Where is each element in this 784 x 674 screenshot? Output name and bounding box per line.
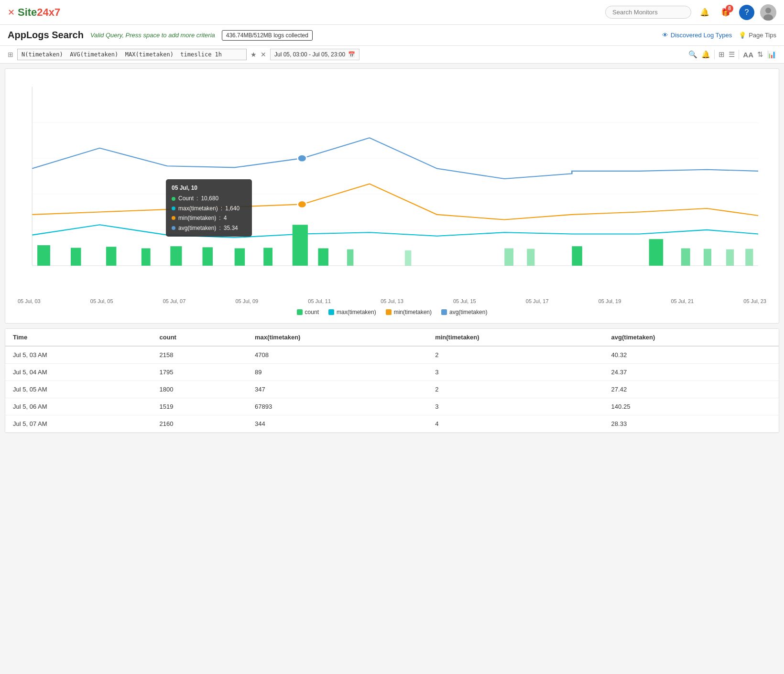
cell-avg: 24.37: [604, 364, 779, 381]
chart-icon[interactable]: 📊: [767, 50, 776, 59]
table-row: Jul 5, 04 AM 1795 89 3 24.37: [5, 364, 779, 381]
legend-avg-dot: [441, 309, 447, 315]
discovered-log-types-button[interactable]: 👁 Discovered Log Types: [662, 32, 732, 39]
cell-time: Jul 5, 05 AM: [5, 381, 152, 398]
grid-view-icon[interactable]: ⊞: [719, 50, 725, 59]
svg-rect-18: [235, 248, 245, 265]
x-label-9: 05 Jul, 21: [671, 298, 694, 304]
main-header: ✕ Site24x7 🔔 🎁 8 ?: [0, 0, 784, 25]
col-time: Time: [5, 329, 152, 346]
svg-rect-23: [405, 250, 411, 266]
cell-avg: 27.42: [604, 381, 779, 398]
cell-max: 67893: [247, 398, 427, 415]
x-label-0: 05 Jul, 03: [18, 298, 41, 304]
svg-rect-26: [572, 246, 582, 266]
cell-count: 1519: [152, 398, 248, 415]
cell-min: 4: [427, 415, 603, 433]
col-count: count: [152, 329, 248, 346]
time-series-chart: [13, 76, 771, 296]
cell-avg: 28.33: [604, 415, 779, 433]
x-label-6: 05 Jul, 15: [453, 298, 476, 304]
chart-legend: count max(timetaken) min(timetaken) avg(…: [13, 309, 771, 315]
cell-time: Jul 5, 04 AM: [5, 364, 152, 381]
divider: [714, 50, 715, 59]
help-icon[interactable]: ?: [739, 5, 754, 20]
date-range-text: Jul 05, 03:00 - Jul 05, 23:00: [274, 51, 345, 58]
svg-rect-19: [263, 248, 272, 265]
page-tips-button[interactable]: 💡 Page Tips: [739, 32, 776, 39]
legend-max-dot: [328, 309, 334, 315]
chart-container: 05 Jul, 10 Count : 10,680 max(timetaken)…: [13, 76, 771, 296]
x-axis-labels: 05 Jul, 03 05 Jul, 05 05 Jul, 07 05 Jul,…: [13, 296, 771, 304]
cell-time: Jul 5, 03 AM: [5, 346, 152, 364]
query-input[interactable]: [17, 49, 247, 60]
close-icon[interactable]: ✕: [261, 51, 266, 58]
legend-min: min(timetaken): [386, 309, 432, 315]
table-row: Jul 5, 03 AM 2158 4708 2 40.32: [5, 346, 779, 364]
list-view-icon[interactable]: ☰: [729, 50, 735, 59]
svg-rect-13: [71, 248, 81, 265]
cell-min: 2: [427, 346, 603, 364]
x-label-8: 05 Jul, 19: [599, 298, 621, 304]
alert-icon[interactable]: 🔔: [701, 50, 710, 59]
search-input[interactable]: [605, 6, 691, 19]
calendar-icon: 📅: [348, 51, 355, 58]
avatar[interactable]: [760, 4, 776, 21]
cell-avg: 140.25: [604, 398, 779, 415]
svg-rect-21: [318, 248, 328, 265]
x-label-3: 05 Jul, 09: [235, 298, 258, 304]
cell-min: 3: [427, 364, 603, 381]
table-body: Jul 5, 03 AM 2158 4708 2 40.32 Jul 5, 04…: [5, 346, 779, 433]
cell-max: 4708: [247, 346, 427, 364]
col-avg: avg(timetaken): [604, 329, 779, 346]
cell-avg: 40.32: [604, 346, 779, 364]
notification-badge: 8: [726, 5, 733, 12]
subheader: AppLogs Search Valid Query, Press space …: [0, 25, 784, 46]
col-max: max(timetaken): [247, 329, 427, 346]
svg-rect-31: [745, 249, 753, 266]
table-row: Jul 5, 06 AM 1519 67893 3 140.25: [5, 398, 779, 415]
svg-rect-14: [106, 247, 117, 266]
cell-count: 2158: [152, 346, 248, 364]
legend-min-dot: [386, 309, 392, 315]
cell-min: 3: [427, 398, 603, 415]
cell-max: 347: [247, 381, 427, 398]
table-row: Jul 5, 05 AM 1800 347 2 27.42: [5, 381, 779, 398]
cell-count: 1795: [152, 364, 248, 381]
gift-icon[interactable]: 🎁 8: [718, 5, 733, 20]
logs-collected-badge: 436.74MB/512MB logs collected: [222, 30, 313, 41]
table-header: Time count max(timetaken) min(timetaken)…: [5, 329, 779, 346]
logo: ✕ Site24x7: [8, 6, 60, 19]
x-label-1: 05 Jul, 05: [90, 298, 113, 304]
col-min: min(timetaken): [427, 329, 603, 346]
results-table: Time count max(timetaken) min(timetaken)…: [5, 329, 779, 433]
cell-max: 344: [247, 415, 427, 433]
svg-rect-30: [726, 250, 734, 266]
legend-count: count: [297, 309, 319, 315]
svg-point-9: [297, 155, 306, 162]
cell-time: Jul 5, 07 AM: [5, 415, 152, 433]
grid-icon: ⊞: [8, 51, 13, 58]
valid-query-text: Valid Query, Press space to add more cri…: [90, 32, 215, 39]
svg-rect-17: [203, 247, 213, 266]
font-size-icon[interactable]: AA: [743, 51, 753, 59]
toolbar-icons: 🔍 🔔 ⊞ ☰ AA ⇅ 📊: [688, 50, 776, 59]
svg-point-10: [297, 201, 306, 208]
svg-rect-15: [142, 248, 151, 265]
cell-count: 1800: [152, 381, 248, 398]
x-label-4: 05 Jul, 11: [308, 298, 331, 304]
star-icon[interactable]: ★: [250, 51, 257, 58]
date-range-picker[interactable]: Jul 05, 03:00 - Jul 05, 23:00 📅: [270, 49, 359, 60]
table-row: Jul 5, 07 AM 2160 344 4 28.33: [5, 415, 779, 433]
svg-rect-28: [681, 248, 690, 265]
logo-icon: ✕: [8, 7, 15, 18]
cell-time: Jul 5, 06 AM: [5, 398, 152, 415]
x-label-7: 05 Jul, 17: [526, 298, 549, 304]
eye-icon: 👁: [662, 32, 668, 39]
bell-icon[interactable]: 🔔: [697, 5, 712, 20]
legend-avg: avg(timetaken): [441, 309, 487, 315]
svg-rect-29: [704, 249, 711, 266]
filter-icon[interactable]: ⇅: [757, 50, 763, 59]
search-toolbar-icon[interactable]: 🔍: [688, 50, 697, 59]
svg-rect-20: [293, 225, 308, 266]
